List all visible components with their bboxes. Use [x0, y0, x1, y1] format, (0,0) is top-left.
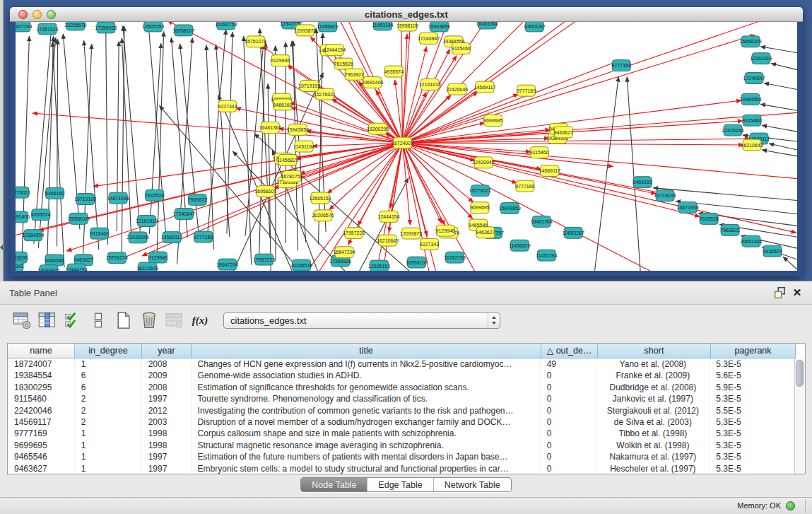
- table-row[interactable]: 946362711997Embryonic stem cells: a mode…: [8, 463, 794, 474]
- graph-node[interactable]: 15958109: [68, 213, 90, 224]
- graph-node[interactable]: 6466160: [273, 99, 292, 110]
- column-header-out_degree[interactable]: △ out_de…: [541, 344, 598, 358]
- graph-node[interactable]: 7615526: [700, 213, 719, 224]
- graph-node[interactable]: 20691406: [16, 211, 30, 223]
- graph-node[interactable]: 9129946: [271, 55, 290, 66]
- column-header-name[interactable]: name: [8, 344, 75, 358]
- graph-node[interactable]: 16782753: [215, 22, 237, 30]
- graph-node[interactable]: 16461364: [476, 22, 498, 29]
- close-panel-icon[interactable]: ✕: [791, 286, 804, 299]
- graph-node[interactable]: 13505153: [309, 192, 331, 204]
- graph-node[interactable]: 15751074: [245, 36, 266, 47]
- table-row[interactable]: 2242004622012Investigating the contribut…: [8, 405, 794, 416]
- graph-node[interactable]: 7963822: [720, 224, 739, 235]
- graph-node[interactable]: 10719193: [298, 81, 320, 92]
- graph-node[interactable]: 20206576: [64, 22, 86, 30]
- graph-node[interactable]: 12161019: [419, 79, 441, 90]
- graph-node[interactable]: 12093872: [294, 25, 316, 36]
- graph-node[interactable]: 16647294: [216, 259, 238, 270]
- graph-node[interactable]: 20691406: [741, 235, 763, 247]
- delete-trash-icon[interactable]: [139, 310, 160, 331]
- table-row[interactable]: 1456911722003Disruption of a novel membe…: [8, 416, 794, 428]
- graph-node[interactable]: 9129946: [436, 225, 455, 236]
- table-scrollbar[interactable]: [794, 358, 805, 474]
- graph-node[interactable]: 17957223: [343, 228, 365, 239]
- graph-node[interactable]: 9463627: [476, 227, 495, 238]
- graph-node[interactable]: 10653287: [524, 22, 546, 32]
- column-header-pagerank[interactable]: pagerank: [711, 344, 796, 358]
- tab-node-table[interactable]: Node Table: [301, 478, 367, 491]
- table-row[interactable]: 1830029562008Estimation of significance …: [8, 382, 794, 393]
- graph-node[interactable]: 9115460: [90, 228, 109, 239]
- graph-node[interactable]: 15751074: [106, 252, 128, 264]
- graph-node[interactable]: 9129946: [148, 252, 167, 263]
- panel-collapse-handle[interactable]: [0, 0, 4, 281]
- float-panel-icon[interactable]: [774, 286, 787, 299]
- graph-node[interactable]: 9777169: [612, 60, 631, 71]
- graph-node[interactable]: 22420046: [127, 232, 149, 243]
- graph-node[interactable]: 7615526: [334, 58, 353, 69]
- graph-node[interactable]: 16782753: [444, 252, 466, 263]
- graph-node[interactable]: 9115460: [530, 147, 549, 158]
- graph-node[interactable]: 9699695: [470, 202, 489, 214]
- column-header-title[interactable]: title: [192, 344, 541, 358]
- graph-node[interactable]: 16461364: [259, 122, 281, 133]
- column-header-short[interactable]: short: [598, 344, 711, 358]
- graph-node[interactable]: 6466160: [633, 177, 652, 188]
- graph-node[interactable]: 10719193: [654, 190, 676, 201]
- graph-node[interactable]: 16647294: [16, 22, 33, 32]
- graph-node[interactable]: 16647294: [333, 247, 355, 258]
- graph-node[interactable]: 12444154: [66, 264, 88, 271]
- graph-node[interactable]: 4935574: [384, 66, 404, 77]
- delete-table-icon[interactable]: [164, 310, 185, 331]
- new-table-icon[interactable]: [113, 310, 134, 331]
- graph-node[interactable]: 20206576: [312, 210, 334, 221]
- tab-network-table[interactable]: Network Table: [433, 478, 511, 491]
- graph-node[interactable]: 4935574: [763, 245, 782, 257]
- graph-node[interactable]: 9777169: [194, 231, 213, 243]
- graph-node[interactable]: 18300295: [367, 123, 389, 134]
- graph-node[interactable]: 17957223: [253, 254, 275, 265]
- graph-node[interactable]: 6466160: [45, 187, 64, 199]
- column-header-year[interactable]: year: [142, 344, 192, 358]
- graph-node[interactable]: 15943859: [287, 124, 309, 135]
- graph-node[interactable]: 9115460: [452, 43, 471, 54]
- show-columns-icon[interactable]: [37, 310, 58, 331]
- graph-node[interactable]: 18724007: [392, 137, 413, 148]
- graph-node[interactable]: 7963822: [188, 194, 207, 205]
- graph-node[interactable]: 17359928: [95, 22, 117, 33]
- select-all-icon[interactable]: [62, 310, 83, 331]
- hide-selected-icon[interactable]: [88, 310, 109, 331]
- graph-node[interactable]: 16461364: [531, 216, 553, 227]
- graph-node[interactable]: 7615526: [145, 189, 164, 201]
- graph-node[interactable]: 9465546: [45, 255, 64, 266]
- column-header-in_degree[interactable]: in_degree: [75, 344, 142, 358]
- graph-node[interactable]: 17240847: [173, 209, 195, 220]
- graph-node[interactable]: 9227343: [218, 100, 237, 112]
- graph-node[interactable]: 9463627: [554, 127, 573, 138]
- tab-edge-table[interactable]: Edge Table: [367, 478, 433, 491]
- graph-node[interactable]: 16782753: [281, 170, 302, 182]
- graph-node[interactable]: 20206576: [290, 259, 312, 271]
- graph-node[interactable]: 13505153: [368, 260, 390, 271]
- graph-node[interactable]: 4935574: [31, 209, 50, 221]
- graph-node[interactable]: 12444154: [324, 45, 346, 56]
- table-row[interactable]: 946554611997Estimation of the future num…: [8, 451, 794, 462]
- table-selector[interactable]: citations_edges.txt: [223, 313, 500, 329]
- graph-node[interactable]: 14671938: [677, 202, 699, 214]
- graph-node[interactable]: 16958107: [254, 186, 276, 197]
- graph-node[interactable]: 15958109: [396, 22, 418, 31]
- window-titlebar[interactable]: citations_edges.txt: [10, 7, 803, 22]
- graph-node[interactable]: 17957223: [36, 23, 58, 35]
- graph-node[interactable]: 9227343: [16, 260, 24, 271]
- graph-node[interactable]: 22420046: [722, 124, 744, 136]
- table-row[interactable]: 1938455462009Genome-wide association stu…: [8, 370, 794, 381]
- graph-node[interactable]: 9777169: [517, 85, 536, 96]
- scrollbar-thumb[interactable]: [796, 360, 804, 387]
- graph-node[interactable]: 19384554: [22, 230, 44, 241]
- graph-node[interactable]: 11451194: [536, 250, 557, 261]
- graph-node[interactable]: 12093872: [400, 228, 422, 239]
- graph-node[interactable]: 15943859: [499, 203, 521, 214]
- graph-node[interactable]: 13505153: [142, 22, 164, 32]
- table-mode-icon[interactable]: [11, 310, 33, 331]
